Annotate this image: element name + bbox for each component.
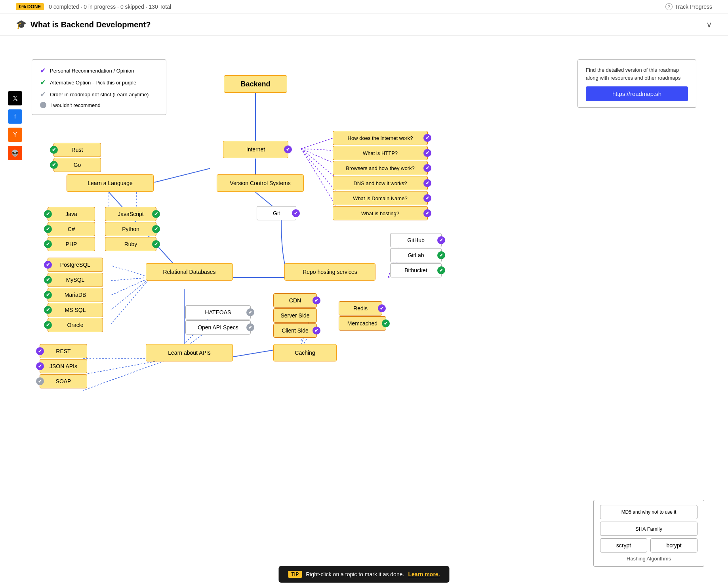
learn-language-node[interactable]: Learn a Language (67, 174, 154, 192)
legend-item-green: ✔ Alternative Option - Pick this or purp… (40, 78, 158, 87)
mariadb-check: ✔ (44, 291, 52, 299)
open-api-node[interactable]: Open API Specs ✔ (185, 320, 251, 335)
hosting-node[interactable]: What is hosting? ✔ (333, 206, 428, 220)
top-bar: 0% DONE 0 completed · 0 in progress · 0 … (0, 0, 728, 14)
php-check: ✔ (44, 240, 52, 248)
mysql-node[interactable]: ✔ MySQL (48, 273, 103, 287)
what-http-node[interactable]: What is HTTP? ✔ (333, 146, 428, 160)
soap-node[interactable]: ✔ SOAP (40, 374, 87, 388)
oracle-check: ✔ (44, 321, 52, 329)
dns-check: ✔ (423, 179, 431, 187)
repo-hosting-node[interactable]: Repo hosting services (284, 263, 375, 281)
svg-line-17 (111, 277, 151, 281)
track-label: Track Progress (675, 4, 712, 10)
mariadb-node[interactable]: ✔ MariaDB (48, 288, 103, 302)
redis-node[interactable]: Redis ✔ (339, 301, 382, 315)
csharp-check: ✔ (44, 225, 52, 233)
python-node[interactable]: Python ✔ (105, 222, 156, 236)
social-sidebar: 𝕏 f Y 👽 (8, 91, 22, 160)
url-box: Find the detailed version of this roadma… (577, 59, 696, 108)
tip-bar: TIP Right-click on a topic to mark it as… (278, 566, 449, 583)
json-apis-node[interactable]: ✔ JSON APIs (40, 359, 87, 373)
postgresql-check: ✔ (44, 261, 52, 269)
md5-node[interactable]: MD5 and why not to use it (600, 505, 698, 519)
url-description: Find the detailed version of this roadma… (586, 66, 688, 82)
tip-link[interactable]: Learn more. (408, 571, 440, 577)
backend-node[interactable]: Backend (224, 75, 287, 93)
legend-item-purple: ✔ Personal Recommendation / Opinion (40, 66, 158, 75)
hateoas-node[interactable]: HATEOAS ✔ (185, 305, 251, 319)
client-side-node[interactable]: Client Side ✔ (273, 323, 317, 338)
bcrypt-node[interactable]: bcrypt (650, 538, 698, 552)
track-progress-button[interactable]: ? Track Progress (665, 3, 712, 10)
facebook-button[interactable]: f (8, 109, 22, 124)
php-node[interactable]: ✔ PHP (48, 237, 95, 251)
postgresql-node[interactable]: ✔ PostgreSQL (48, 258, 103, 272)
mssql-node[interactable]: ✔ MS SQL (48, 303, 103, 317)
cdn-check: ✔ (313, 296, 320, 304)
hashing-title: Hashing Algorithms (600, 556, 698, 562)
hateoas-check: ✔ (246, 308, 254, 316)
csharp-node[interactable]: ✔ C# (48, 222, 95, 236)
gitlab-node[interactable]: GitLab ✔ (390, 248, 442, 262)
domain-check: ✔ (423, 194, 431, 202)
oracle-node[interactable]: ✔ Oracle (48, 318, 103, 332)
browsers-check: ✔ (423, 164, 431, 172)
gitlab-check: ✔ (437, 251, 445, 259)
rest-node[interactable]: ✔ REST (40, 344, 87, 358)
javascript-node[interactable]: JavaScript ✔ (105, 207, 156, 221)
reddit-button[interactable]: 👽 (8, 146, 22, 160)
soap-check: ✔ (36, 377, 44, 385)
cdn-node[interactable]: CDN ✔ (273, 293, 317, 308)
domain-name-node[interactable]: What is Domain Name? ✔ (333, 191, 428, 205)
legend-text-green: Alternative Option - Pick this or purple (50, 80, 136, 86)
purple-check-icon: ✔ (40, 66, 46, 75)
caching-node[interactable]: Caching (273, 344, 337, 361)
legend-text-gray: Order in roadmap not strict (Learn anyti… (50, 92, 149, 98)
svg-line-5 (301, 149, 337, 178)
dns-node[interactable]: DNS and how it works? ✔ (333, 176, 428, 190)
bitbucket-node[interactable]: Bitbucket ✔ (390, 263, 442, 277)
sha-family-node[interactable]: SHA Family (600, 522, 698, 536)
go-node[interactable]: ✔ Go (53, 158, 101, 172)
git-check: ✔ (292, 209, 300, 217)
gray-check-icon: ✔ (40, 90, 46, 99)
hosting-check: ✔ (423, 209, 431, 217)
browsers-node[interactable]: Browsers and how they work? ✔ (333, 161, 428, 175)
open-api-check: ✔ (246, 323, 254, 331)
svg-line-6 (301, 149, 337, 193)
how-internet-node[interactable]: How does the internet work? ✔ (333, 131, 428, 145)
relational-db-node[interactable]: Relational Databases (146, 263, 233, 281)
scrypt-node[interactable]: scrypt (600, 538, 647, 552)
hackernews-button[interactable]: Y (8, 128, 22, 142)
python-check: ✔ (152, 225, 160, 233)
twitter-button[interactable]: 𝕏 (8, 91, 22, 105)
github-node[interactable]: GitHub ✔ (390, 233, 442, 247)
main-content: 𝕏 f Y 👽 ✔ Personal Recommendation / Opin… (0, 36, 728, 585)
green-check-icon: ✔ (40, 78, 46, 87)
done-badge: 0% DONE (16, 3, 44, 10)
hashing-box: MD5 and why not to use it SHA Family scr… (593, 500, 704, 567)
json-apis-check: ✔ (36, 362, 44, 370)
accordion-title: 🎓 What is Backend Development? (16, 19, 151, 30)
legend-item-gray: ✔ Order in roadmap not strict (Learn any… (40, 90, 158, 99)
rust-node[interactable]: ✔ Rust (53, 143, 101, 157)
git-node[interactable]: Git ✔ (257, 206, 296, 220)
url-button[interactable]: https://roadmap.sh (586, 86, 688, 101)
memcached-node[interactable]: Memcached ✔ (339, 316, 386, 331)
svg-line-19 (111, 277, 151, 310)
legend-text-dot: I wouldn't recommend (50, 102, 101, 108)
internet-node[interactable]: Internet ✔ (223, 141, 288, 158)
svg-line-18 (111, 277, 151, 295)
server-side-node[interactable]: Server Side (273, 308, 317, 323)
legend-text-purple: Personal Recommendation / Opinion (50, 68, 134, 74)
svg-line-7 (301, 149, 337, 207)
accordion-header[interactable]: 🎓 What is Backend Development? ∨ (0, 14, 728, 36)
client-side-check: ✔ (313, 327, 320, 335)
version-control-node[interactable]: Version Control Systems (217, 174, 304, 192)
learn-apis-node[interactable]: Learn about APIs (146, 344, 233, 361)
ruby-node[interactable]: Ruby ✔ (105, 237, 156, 251)
question-icon: ? (665, 3, 673, 10)
mysql-check: ✔ (44, 276, 52, 284)
java-node[interactable]: ✔ Java (48, 207, 95, 221)
